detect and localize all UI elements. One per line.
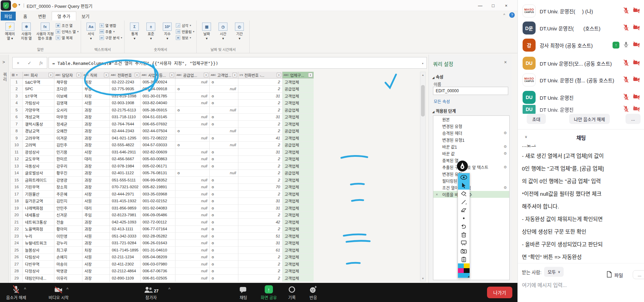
ribbon-button-표준[interactable]: ±표준 ▾ [143,21,159,41]
cell[interactable]: null [175,219,210,226]
cell[interactable]: 이민영 [54,233,82,240]
cell[interactable]: 006-03-07980 [141,261,175,268]
applied-step-추출된 구분 기호 앞 텍스트[interactable]: 추출된 구분 기호 앞 텍스트⚙ [433,164,509,170]
cell[interactable]: 02-8123-7981 [110,212,141,219]
ribbon-button-기간[interactable]: ◴기간 ▾ [232,21,247,41]
screenshot-camera-icon[interactable] [458,247,470,255]
gear-icon[interactable]: ⚙ [503,186,507,190]
cell[interactable]: null [175,156,210,163]
cell[interactable]: 2 [238,254,282,261]
properties-section-header[interactable]: ◢속성 [432,74,443,80]
cell[interactable]: 004-51-03145 [141,114,175,121]
cell[interactable]: 2 [238,142,282,149]
gear-icon[interactable]: ⚙ [503,165,507,169]
cell[interactable]: 005-38-05915 [141,107,175,114]
cell[interactable]: 02-903-1908 [110,100,141,107]
cell[interactable]: 002-44-07504 [141,128,175,135]
stamp-icon[interactable] [458,190,470,198]
column-header-회사[interactable]: ABC회사▾ [23,72,54,79]
tab-file[interactable]: 파일 [1,12,16,20]
applied-step-이름을 바꾼 열 수[interactable]: ×이름을 바꾼 열 수 [433,191,509,198]
all-properties-link[interactable]: 모든 속성 [434,98,450,104]
cell[interactable]: 글로벌상사 [23,170,54,177]
cell[interactable]: 2 [238,86,282,93]
cell[interactable]: 31 [238,198,282,205]
cell[interactable]: 황우진 [54,170,82,177]
participant-row[interactable]: D운DT.Univ 운영진( (호스트) [523,20,640,36]
cell[interactable]: 고객업체 [282,254,314,261]
applied-step-변경된 유형[interactable]: 변경된 유형 [433,123,509,129]
participant-row[interactable]: MASOCAMPUSDT Univ. 운영진 (정... (공동 호스트) [523,72,640,87]
cell[interactable]: 005-82-19891 [141,184,175,191]
color-palette[interactable] [458,263,470,278]
participant-row[interactable]: DUDT Univ. 운영진 [523,90,640,105]
cell[interactable]: 51 [238,233,282,240]
cell[interactable]: 02-456-5667 [110,156,141,163]
column-header-사업자등...[interactable]: ABC사업자등...▾ [141,72,175,79]
cell[interactable]: 과장 [82,121,110,128]
cell[interactable]: 장소희 [54,184,82,191]
gear-icon[interactable]: ⚙ [503,145,507,149]
cell[interactable]: null [175,163,210,170]
tab-홈[interactable]: 홈 [18,12,33,20]
cell[interactable]: 2 [238,226,282,233]
column-header-직위[interactable]: ABC직위▾ [82,72,110,79]
cell[interactable]: 2 [238,79,282,86]
cell[interactable]: 31 [238,205,282,212]
cell[interactable]: 과장 [82,219,110,226]
cell[interactable]: 041-921-1295 [110,135,141,142]
applied-step-바꾼 값[interactable]: 바꾼 값⚙ [433,150,509,157]
cell[interactable]: null [175,261,210,268]
cell[interactable]: 031-819-1098 [110,93,141,100]
cell[interactable]: 공급업체 [282,142,314,149]
cell[interactable]: 고객업체 [282,149,314,156]
cell[interactable]: 다빈무역 [23,261,54,268]
cell[interactable]: 02-2112-4864 [110,268,141,275]
filter-dropdown-icon[interactable]: ▾ [233,73,237,77]
chat-input[interactable]: 여기에 메시지 입력... [522,281,567,288]
cell[interactable]: 02-411-2302 [110,261,141,268]
applied-step-조건 열이 추가됨[interactable]: 조건 열이 추가됨⚙ [433,184,509,191]
cell[interactable]: o [210,233,238,240]
cell[interactable]: S&C무역 [23,79,54,86]
cell[interactable]: 006-77-07164 [141,226,175,233]
column-header-공급업...[interactable]: ABC공급업...▾ [175,72,210,79]
cell[interactable]: 과장 [82,114,110,121]
applied-steps-header[interactable]: ◢적용된 단계 [432,108,456,114]
cell[interactable]: 고객업체 [282,240,314,247]
invite-button[interactable]: 초대 [527,114,546,124]
ribbon-button-날짜[interactable]: ▦날짜 ▾ [199,21,214,41]
cell[interactable]: 사장 [82,149,110,156]
cell[interactable]: 이겨운 [54,135,82,142]
cell[interactable]: 001-30-01785 [141,93,175,100]
cell[interactable]: 내세통상 [23,212,54,219]
cell[interactable]: o [210,156,238,163]
cell[interactable]: null [175,114,210,121]
cell[interactable]: 고객업체 [282,79,314,86]
cell[interactable]: 과장 [82,163,110,170]
gear-icon[interactable]: ⚙ [503,131,507,135]
cell[interactable]: 대리 [82,156,110,163]
reactions-button[interactable]: 반응 [309,285,317,300]
cell[interactable]: 고객업체 [282,100,314,107]
cell[interactable]: 공급업체 [282,170,314,177]
formula-input[interactable]: = Table.RenameColumns(#"조건 열이 추가됨",{{"사용… [49,57,427,69]
column-header-전화번호 -...[interactable]: 1²3전화번호 -...▾ [238,72,282,79]
cell[interactable]: 02-222-2243 [110,79,141,86]
cell[interactable]: o [210,247,238,254]
cell[interactable]: 박영광 [54,268,82,275]
cell[interactable]: 사장 [82,261,110,268]
cell[interactable]: 강영광 [54,177,82,184]
cell[interactable]: 006-26-01643 [141,240,175,247]
start-video-button[interactable]: 비디오 시작 [49,285,69,300]
cell[interactable]: null [175,135,210,142]
cell[interactable]: 민기용 [54,149,82,156]
chat-button[interactable]: 채팅 [239,285,247,300]
cell[interactable]: 고객업체 [282,268,314,275]
cell[interactable]: 005-04-08209 [141,254,175,261]
cell[interactable]: 고려텍 [23,142,54,149]
cell[interactable]: null [175,121,210,128]
cell[interactable]: 고객업체 [282,247,314,254]
cell[interactable]: 031-415-1932 [110,198,141,205]
cell[interactable]: 차장 [82,247,110,254]
